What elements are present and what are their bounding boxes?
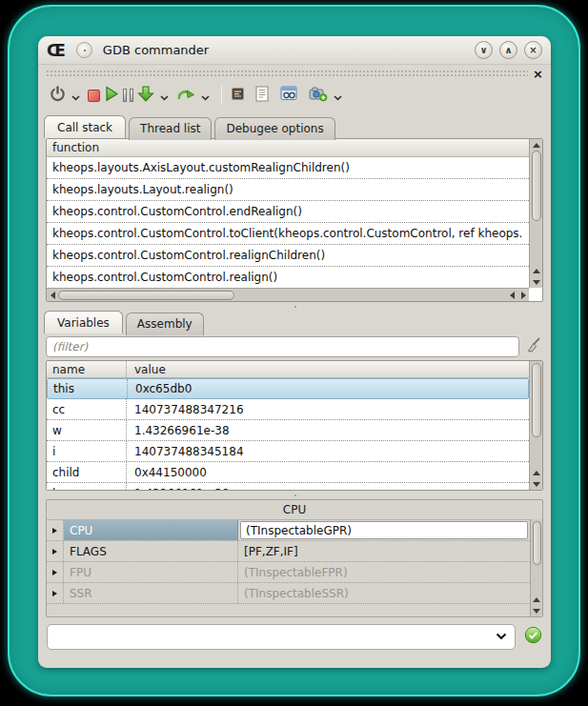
expand-arrow-icon[interactable] bbox=[47, 583, 64, 603]
dock-header[interactable]: × bbox=[46, 67, 543, 80]
stop-icon bbox=[88, 90, 100, 102]
register-group-value[interactable]: (TInspectableGPR) bbox=[238, 520, 530, 540]
chevron-down-icon bbox=[201, 87, 210, 105]
send-command-button[interactable] bbox=[523, 627, 542, 646]
snapshot-add-button[interactable] bbox=[309, 84, 328, 107]
variable-row[interactable]: h 1.43266961e-38 bbox=[47, 483, 529, 491]
run-icon bbox=[104, 86, 119, 106]
gdb-command-combobox[interactable] bbox=[47, 624, 516, 650]
step-into-button[interactable] bbox=[137, 84, 154, 107]
scroll-up-icon[interactable] bbox=[531, 265, 542, 276]
filter-input[interactable] bbox=[46, 336, 519, 357]
tab-debugee-options[interactable]: Debugee options bbox=[214, 117, 335, 140]
tab-assembly[interactable]: Assembly bbox=[126, 313, 204, 335]
call-stack-row[interactable]: kheops.control.CustomControl.realignChil… bbox=[47, 245, 529, 267]
variables-header: name value bbox=[47, 361, 529, 378]
cpu-row[interactable]: FPU (TInspectableFPR) bbox=[47, 562, 530, 583]
scrollbar-thumb[interactable] bbox=[532, 363, 541, 437]
step-into-dropdown[interactable] bbox=[160, 84, 169, 107]
stop-button[interactable] bbox=[88, 84, 100, 107]
dock-close-icon[interactable]: × bbox=[528, 68, 543, 80]
scroll-right-icon[interactable] bbox=[517, 290, 529, 301]
snapshot-dropdown[interactable] bbox=[334, 84, 342, 107]
document-icon bbox=[255, 86, 269, 106]
variable-value: 0x44150000 bbox=[127, 462, 207, 482]
window-menu-button[interactable] bbox=[76, 42, 92, 58]
cpu-view-button[interactable] bbox=[230, 84, 246, 107]
scroll-left-icon[interactable] bbox=[506, 290, 517, 301]
register-group-value: [PF,ZF,IF] bbox=[238, 541, 530, 561]
expand-arrow-icon[interactable] bbox=[47, 562, 64, 582]
scrollbar-thumb[interactable] bbox=[533, 521, 541, 565]
stack-tabs: Call stack Thread list Debugee options bbox=[38, 115, 551, 138]
call-stack-row[interactable]: kheops.control.CustomControl.toClient(kh… bbox=[47, 223, 529, 245]
variable-value: 140737488347216 bbox=[127, 399, 244, 419]
variable-value: 1.43266961e-38 bbox=[127, 483, 230, 491]
power-button[interactable] bbox=[50, 84, 66, 107]
variable-row[interactable]: child 0x44150000 bbox=[47, 462, 529, 483]
scrollbar-thumb[interactable] bbox=[532, 151, 541, 221]
maximize-button[interactable]: ∧ bbox=[499, 41, 517, 59]
scroll-up-icon[interactable] bbox=[531, 594, 542, 605]
dock-drag-handle[interactable] bbox=[46, 70, 528, 77]
scroll-down-icon[interactable] bbox=[531, 605, 542, 616]
call-stack-row[interactable]: kheops.layouts.AxisLayout.customRealignC… bbox=[47, 157, 529, 179]
variable-row[interactable]: cc 140737488347216 bbox=[47, 399, 529, 420]
column-header-value[interactable]: value bbox=[127, 363, 166, 376]
call-stack-row[interactable]: kheops.layouts.Layout.realign() bbox=[47, 179, 529, 201]
command-row bbox=[38, 617, 551, 656]
tab-thread-list[interactable]: Thread list bbox=[129, 117, 212, 140]
register-value-editor[interactable]: (TInspectableGPR) bbox=[240, 521, 528, 539]
call-stack-column-header[interactable]: function bbox=[47, 139, 529, 157]
variable-name: i bbox=[47, 441, 127, 461]
cpu-row[interactable]: FLAGS [PF,ZF,IF] bbox=[47, 541, 530, 562]
call-stack-row[interactable]: kheops.control.CustomControl.endRealign(… bbox=[47, 201, 529, 223]
watch-window-icon bbox=[280, 86, 297, 105]
chevron-down-icon bbox=[71, 87, 80, 105]
app-logo-icon: Œ bbox=[47, 41, 65, 60]
variable-name: this bbox=[48, 379, 128, 398]
tab-call-stack[interactable]: Call stack bbox=[44, 115, 126, 138]
variable-name: w bbox=[47, 420, 127, 440]
call-stack-row[interactable]: kheops.control.CustomControl.realign() bbox=[47, 267, 529, 289]
broom-icon bbox=[525, 340, 543, 358]
chevron-down-icon bbox=[334, 87, 342, 105]
scroll-up-icon[interactable] bbox=[531, 467, 542, 478]
minimize-button[interactable]: ∨ bbox=[475, 41, 493, 59]
splitter-handle[interactable] bbox=[38, 302, 551, 311]
gdb-command-input[interactable] bbox=[55, 625, 496, 649]
variables-vertical-scrollbar[interactable] bbox=[529, 361, 542, 490]
expand-arrow-icon[interactable] bbox=[47, 541, 64, 561]
cpu-row[interactable]: SSR (TInspectableSSR) bbox=[47, 583, 530, 604]
titlebar[interactable]: Œ GDB commander ∨ ∧ × bbox=[38, 36, 551, 65]
column-header-name[interactable]: name bbox=[47, 361, 127, 377]
tab-variables[interactable]: Variables bbox=[44, 311, 123, 333]
variable-value: 1.43266961e-38 bbox=[127, 420, 230, 440]
inspect-tabs: Variables Assembly bbox=[38, 311, 551, 333]
expand-arrow-icon[interactable] bbox=[47, 520, 64, 540]
combobox-dropdown-icon[interactable] bbox=[496, 633, 507, 640]
scroll-left-icon[interactable] bbox=[47, 290, 58, 301]
step-over-icon bbox=[176, 86, 195, 105]
run-button[interactable] bbox=[104, 84, 119, 107]
cpu-row[interactable]: CPU (TInspectableGPR) bbox=[47, 520, 530, 541]
clear-filter-button[interactable] bbox=[525, 336, 543, 358]
cpu-vertical-scrollbar[interactable] bbox=[530, 519, 542, 616]
step-over-dropdown[interactable] bbox=[201, 84, 210, 107]
splitter-handle[interactable] bbox=[38, 491, 551, 499]
scroll-up-icon[interactable] bbox=[531, 139, 542, 151]
step-over-button[interactable] bbox=[176, 84, 195, 107]
variable-row[interactable]: i 140737488345184 bbox=[47, 441, 529, 462]
variable-row[interactable]: w 1.43266961e-38 bbox=[47, 420, 529, 441]
scrollbar-thumb[interactable] bbox=[58, 291, 234, 300]
scroll-down-icon[interactable] bbox=[531, 276, 542, 288]
document-button[interactable] bbox=[255, 84, 269, 107]
call-stack-vertical-scrollbar[interactable] bbox=[529, 139, 542, 288]
watch-window-button[interactable] bbox=[280, 84, 297, 107]
scroll-down-icon[interactable] bbox=[531, 478, 542, 490]
variable-row[interactable]: this 0xc65db0 bbox=[47, 378, 529, 399]
power-dropdown[interactable] bbox=[71, 84, 80, 107]
close-button[interactable]: × bbox=[524, 41, 542, 59]
call-stack-horizontal-scrollbar[interactable] bbox=[47, 288, 529, 301]
pause-button[interactable] bbox=[123, 84, 133, 107]
